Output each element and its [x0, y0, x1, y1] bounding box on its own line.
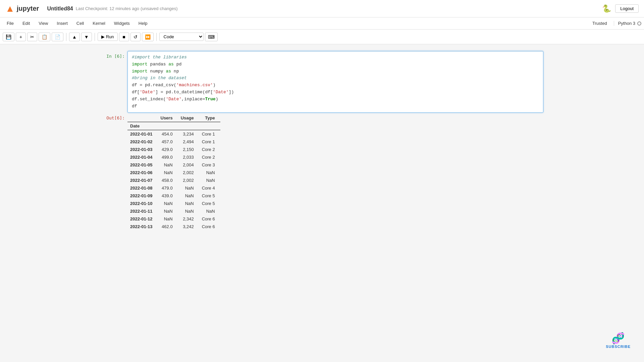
- separator-3: [156, 33, 157, 41]
- add-cell-button[interactable]: +: [16, 33, 26, 41]
- col-header-usage: Usage: [178, 114, 199, 122]
- menu-kernel[interactable]: Kernel: [89, 19, 109, 27]
- cell-date: 2022-01-13: [127, 223, 158, 230]
- col-index-label: Date: [127, 122, 158, 130]
- notebook-title[interactable]: Untitled84: [47, 6, 73, 12]
- cell-usage: 3,234: [178, 130, 199, 138]
- cell-usage: NaN: [178, 192, 199, 200]
- cell-users: NaN: [158, 207, 178, 215]
- cell-usage: NaN: [178, 200, 199, 207]
- cell-users: NaN: [158, 215, 178, 223]
- menu-file[interactable]: File: [3, 19, 18, 27]
- cell-date: 2022-01-05: [127, 161, 158, 169]
- restart-button[interactable]: ↺: [130, 33, 141, 41]
- cell-users: 439.0: [158, 192, 178, 200]
- run-label: Run: [106, 34, 114, 39]
- cell-date: 2022-01-02: [127, 138, 158, 146]
- cell-usage: NaN: [178, 207, 199, 215]
- cell-date: 2022-01-06: [127, 169, 158, 176]
- code-line-8: df: [132, 103, 539, 110]
- menu-bar: File Edit View Insert Cell Kernel Widget…: [0, 17, 644, 30]
- cell-type-select[interactable]: Code Markdown Raw NBConvert Heading: [159, 33, 204, 41]
- table-row: 2022-01-11 NaN NaN NaN: [127, 207, 220, 215]
- unsaved-text: (unsaved changes): [141, 6, 178, 11]
- code-line-7: df.set_index('Date',inplace=True): [132, 96, 539, 103]
- kernel-label: Python 3: [618, 21, 635, 26]
- cell-usage: 2,150: [178, 146, 199, 153]
- menu-view[interactable]: View: [35, 19, 52, 27]
- dataframe-table: Users Usage Type Date: [127, 114, 220, 230]
- kernel-status-icon: [637, 21, 641, 25]
- cell-users: NaN: [158, 200, 178, 207]
- table-body: 2022-01-01 454.0 3,234 Core 1 2022-01-02…: [127, 130, 220, 231]
- cell-date: 2022-01-12: [127, 215, 158, 223]
- col-header-date: [127, 114, 158, 122]
- toolbar: 💾 + ✂ 📋 📄 ▲ ▼ ▶ Run ■ ↺ ⏩ Code Markdown …: [0, 30, 644, 44]
- cell-date: 2022-01-10: [127, 200, 158, 207]
- menu-help[interactable]: Help: [135, 19, 152, 27]
- code-line-1: #import the libraries: [132, 54, 539, 61]
- subscribe-badge: 🧬 SUBSCRIBE: [606, 332, 631, 349]
- cell-users: 479.0: [158, 184, 178, 192]
- run-button[interactable]: ▶ Run: [98, 33, 118, 41]
- cell-date: 2022-01-04: [127, 153, 158, 161]
- cell-type: Core 3: [199, 161, 220, 169]
- cell-users: 499.0: [158, 153, 178, 161]
- cell-users: NaN: [158, 169, 178, 176]
- col-sub-type: [199, 122, 220, 130]
- cell-date: 2022-01-08: [127, 184, 158, 192]
- cell-date: 2022-01-03: [127, 146, 158, 153]
- code-line-3: import numpy as np: [132, 68, 539, 75]
- cell-type: Core 6: [199, 223, 220, 230]
- move-down-button[interactable]: ▼: [81, 33, 92, 41]
- table-row: 2022-01-06 NaN 2,002 NaN: [127, 169, 220, 176]
- cut-cell-button[interactable]: ✂: [27, 33, 37, 41]
- save-button[interactable]: 💾: [3, 33, 14, 41]
- cell-usage: 2,342: [178, 215, 199, 223]
- menu-edit[interactable]: Edit: [18, 19, 34, 27]
- paste-cell-button[interactable]: 📄: [52, 33, 63, 41]
- restart-run-all-button[interactable]: ⏩: [142, 33, 154, 41]
- cell-type: NaN: [199, 176, 220, 184]
- code-editor[interactable]: #import the libraries import pandas as p…: [127, 51, 543, 113]
- cell-type: Core 2: [199, 153, 220, 161]
- table-row: 2022-01-04 499.0 2,033 Core 2: [127, 153, 220, 161]
- table-row: 2022-01-02 457.0 2,494 Core 1: [127, 138, 220, 146]
- copy-cell-button[interactable]: 📋: [39, 33, 50, 41]
- col-header-type: Type: [199, 114, 220, 122]
- cell-users: NaN: [158, 161, 178, 169]
- code-line-4: #bring in the dataset: [132, 75, 539, 82]
- cell-usage: 3,242: [178, 223, 199, 230]
- code-line-6: df['Date'] = pd.to_datetime(df['Date']): [132, 89, 539, 96]
- interrupt-button[interactable]: ■: [119, 33, 129, 41]
- table-row: 2022-01-03 429.0 2,150 Core 2: [127, 146, 220, 153]
- jupyter-logo-text: jupyter: [17, 5, 39, 12]
- cell-type: Core 6: [199, 215, 220, 223]
- cell-type: Core 5: [199, 192, 220, 200]
- cell-usage: 2,033: [178, 153, 199, 161]
- cell-date: 2022-01-07: [127, 176, 158, 184]
- menu-cell[interactable]: Cell: [72, 19, 88, 27]
- cell-type: Core 5: [199, 200, 220, 207]
- cell-type: Core 1: [199, 138, 220, 146]
- table-row: 2022-01-13 462.0 3,242 Core 6: [127, 223, 220, 230]
- keyboard-shortcuts-button[interactable]: ⌨: [205, 33, 218, 41]
- logout-button[interactable]: Logout: [615, 4, 639, 13]
- cell-type: Core 2: [199, 146, 220, 153]
- menu-insert[interactable]: Insert: [53, 19, 72, 27]
- menu-widgets[interactable]: Widgets: [110, 19, 134, 27]
- table-row: 2022-01-05 NaN 2,004 Core 3: [127, 161, 220, 169]
- cell-type: Core 1: [199, 130, 220, 138]
- col-sub-usage: [178, 122, 199, 130]
- table-row: 2022-01-08 479.0 NaN Core 4: [127, 184, 220, 192]
- cell-input: In [6]: #import the libraries import pan…: [101, 51, 543, 113]
- table-row: 2022-01-01 454.0 3,234 Core 1: [127, 130, 220, 138]
- cell-output: Out[6]: Users Usage Type Date: [101, 113, 543, 232]
- separator-2: [95, 33, 95, 41]
- cell-usage: NaN: [178, 184, 199, 192]
- trusted-badge: Trusted: [590, 20, 610, 27]
- move-up-button[interactable]: ▲: [69, 33, 80, 41]
- separator-1: [66, 33, 66, 41]
- run-icon: ▶: [101, 34, 105, 39]
- cell-users: 454.0: [158, 130, 178, 138]
